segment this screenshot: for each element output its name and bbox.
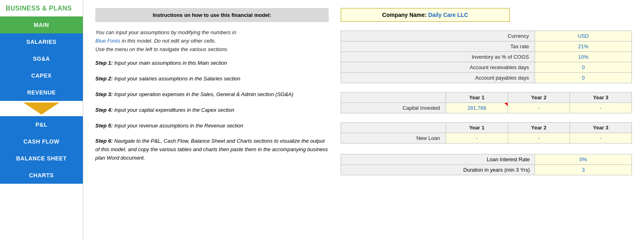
new-loan-label: New Loan [341,133,446,144]
loan-year2-value[interactable]: - [508,133,570,144]
instructions-header: Instructions on how to use this financia… [95,8,329,22]
step-4-label: Step 4: [95,107,113,113]
capital-header-row: Year 1 Year 2 Year 3 [341,92,632,103]
loan-duration-row: Duration in years (min 3 Yrs) 3 [341,165,632,175]
sidebar-item-sga[interactable]: SG&A [0,50,83,67]
capital-row: Capital Invested 281,768 - - [341,103,632,113]
loan-interest-row: Loan Interest Rate 0% [341,154,632,165]
step-2: Step 2: Input your salaries assumptions … [95,75,329,83]
loan-interest-value[interactable]: 0% [535,154,632,165]
intro-line1: You can input your assumptions by modify… [95,29,236,35]
capital-table: Year 1 Year 2 Year 3 Capital Invested 28… [341,92,632,113]
step-6: Step 6: Navigate to the P&L, Cash Flow, … [95,137,329,162]
sidebar-item-balancesheet[interactable]: BALANCE SHEET [0,150,83,167]
step-1-label: Step 1: [95,60,113,66]
sidebar-item-pl[interactable]: P&L [0,116,83,133]
capital-year1-value[interactable]: 281,768 [446,103,508,113]
sidebar-item-salaries[interactable]: SALARIES [0,33,83,50]
currency-value[interactable]: USD [535,31,632,41]
red-corner-indicator [504,103,508,106]
instructions-panel: Instructions on how to use this financia… [95,8,329,232]
step-5-label: Step 5: [95,123,113,129]
intro-line2: in this model. Do not edit any other cel… [120,38,216,44]
company-value[interactable]: Daily Care LLC [428,12,468,18]
company-name-box: Company Name: Daily Care LLC [341,8,510,22]
logo: BUSINESS & PLANS [0,0,83,16]
loan-year3-value[interactable]: - [570,133,632,144]
arrow-down-icon [23,103,60,115]
logo-ampersand: & [42,5,49,12]
loan-duration-label: Duration in years (min 3 Yrs) [341,165,535,175]
sidebar-item-revenue[interactable]: REVENUE [0,84,83,101]
capital-year2-value[interactable]: - [508,103,570,113]
loan-interest-label: Loan Interest Rate [341,154,535,165]
capital-year2-header: Year 2 [508,92,570,103]
step-5: Step 5: Input your revenue assumptions i… [95,122,329,130]
loan-table: Year 1 Year 2 Year 3 New Loan - - - [341,122,632,144]
settings-row-inventory: Inventory as % of COGS 10% [341,52,632,62]
step-3: Step 3: Input your operation expenses in… [95,90,329,99]
ar-value[interactable]: 0 [535,62,632,73]
logo-text-after: PLANS [49,5,72,12]
main-content: Instructions on how to use this financia… [83,0,644,240]
loan-year1-value[interactable]: - [446,133,508,144]
capital-invested-label: Capital Invested [341,103,446,113]
sidebar-item-main[interactable]: MAIN [0,16,83,33]
loan-header-row: Year 1 Year 2 Year 3 [341,123,632,133]
currency-label: Currency [341,31,535,41]
capital-year3-header: Year 3 [570,92,632,103]
settings-row-currency: Currency USD [341,31,632,41]
settings-row-taxrate: Tax rate 21% [341,41,632,52]
taxrate-value[interactable]: 21% [535,41,632,52]
company-label: Company Name: [382,12,426,18]
data-panel: Company Name: Daily Care LLC Currency US… [341,8,632,232]
loan-year1-header: Year 1 [446,123,508,133]
settings-table: Currency USD Tax rate 21% Inventory as %… [341,31,632,83]
loan-year3-header: Year 3 [570,123,632,133]
loan-details-table: Loan Interest Rate 0% Duration in years … [341,154,632,175]
inventory-label: Inventory as % of COGS [341,52,535,62]
sidebar-item-cashflow[interactable]: CASH FLOW [0,133,83,150]
ap-label: Account payables days [341,73,535,83]
ar-label: Account receivables days [341,62,535,73]
loan-empty-header [341,123,446,133]
taxrate-label: Tax rate [341,41,535,52]
step-6-label: Step 6: [95,138,113,144]
logo-text-before: BUSINESS [6,5,42,12]
sidebar-arrow [0,101,83,116]
loan-duration-value[interactable]: 3 [535,165,632,175]
settings-row-ar: Account receivables days 0 [341,62,632,73]
capital-year1-header: Year 1 [446,92,508,103]
step-1: Step 1: Input your main assumptions in t… [95,59,329,68]
instructions-intro: You can input your assumptions by modify… [95,29,329,53]
blue-fonts-text: Blue Fonts [95,38,120,44]
sidebar: BUSINESS & PLANS MAIN SALARIES SG&A CAPE… [0,0,83,240]
capital-empty-header [341,92,446,103]
capital-year3-value[interactable]: - [570,103,632,113]
sidebar-item-charts[interactable]: CHARTS [0,167,83,184]
ap-value[interactable]: 0 [535,73,632,83]
step-2-label: Step 2: [95,76,113,82]
intro-line3: Use the menu on the left to navigate the… [95,46,228,52]
loan-year2-header: Year 2 [508,123,570,133]
inventory-value[interactable]: 10% [535,52,632,62]
sidebar-item-capex[interactable]: CAPEX [0,67,83,84]
step-3-label: Step 3: [95,91,113,97]
loan-row: New Loan - - - [341,133,632,144]
step-4: Step 4: Input your capital expenditures … [95,106,329,115]
settings-row-ap: Account payables days 0 [341,73,632,83]
